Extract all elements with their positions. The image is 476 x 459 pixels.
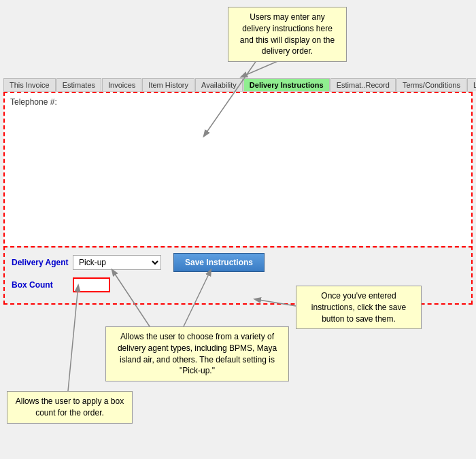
tab-delivery-instructions[interactable]: Delivery Instructions bbox=[243, 78, 330, 91]
delivery-agent-label: Delivery Agent bbox=[12, 258, 73, 267]
tab-invoices[interactable]: Invoices bbox=[102, 78, 141, 91]
delivery-agent-row: Delivery Agent Pick-upBPMSMaya island ai… bbox=[12, 253, 464, 272]
telephone-label: Telephone #: bbox=[7, 96, 469, 108]
tab-this-invoice[interactable]: This Invoice bbox=[3, 78, 56, 91]
tab-item-history[interactable]: Item History bbox=[142, 78, 194, 91]
save-instructions-button[interactable]: Save Instructions bbox=[173, 253, 265, 272]
instructions-area: This InvoiceEstimatesInvoicesItem Histor… bbox=[3, 78, 473, 250]
callout-delivery-instructions: Users may enter any delivery instruction… bbox=[228, 7, 347, 62]
tab-terms/conditions[interactable]: Terms/Conditions bbox=[396, 78, 466, 91]
box-count-label: Box Count bbox=[12, 280, 73, 290]
callout-save-instructions: Once you've entered instructions, click … bbox=[296, 286, 422, 329]
instructions-content-box: Telephone #: bbox=[3, 92, 473, 250]
instructions-textarea[interactable] bbox=[7, 108, 469, 244]
delivery-agent-select[interactable]: Pick-upBPMSMaya island airOther bbox=[73, 255, 161, 270]
callout-delivery-agent: Allows the user to choose from a variety… bbox=[105, 326, 289, 381]
tab-bar: This InvoiceEstimatesInvoicesItem Histor… bbox=[3, 78, 473, 92]
tab-estimates[interactable]: Estimates bbox=[56, 78, 101, 91]
callout-box-count: Allows the user to apply a box count for… bbox=[7, 391, 133, 424]
tab-availability[interactable]: Availability bbox=[195, 78, 243, 91]
tab-locationstest[interactable]: LocationsTest bbox=[467, 78, 476, 91]
box-count-input[interactable] bbox=[73, 277, 110, 292]
tab-estimat..record[interactable]: Estimat..Record bbox=[330, 78, 396, 91]
